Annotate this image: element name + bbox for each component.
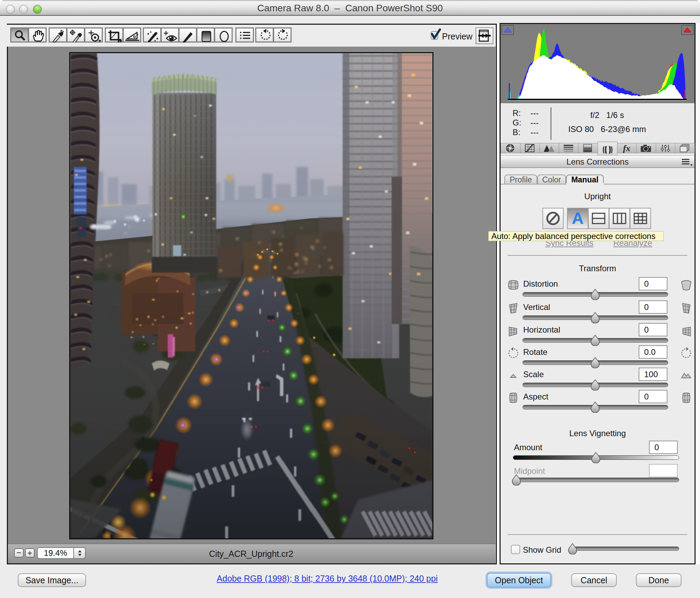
- svg-text:fx: fx: [623, 144, 630, 153]
- svg-text:A: A: [572, 209, 584, 227]
